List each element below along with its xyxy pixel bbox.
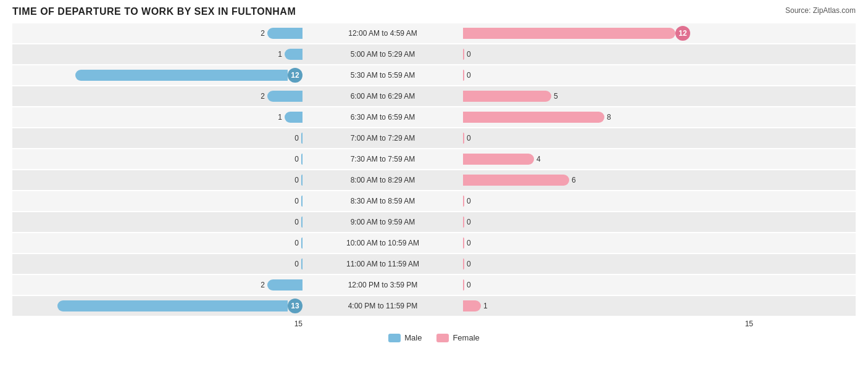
male-bar-wrap: 1: [12, 112, 303, 123]
male-bar-wrap: 0: [12, 196, 303, 207]
row-label: 8:00 AM to 8:29 AM: [303, 176, 463, 184]
row-label: 5:30 AM to 5:59 AM: [303, 71, 463, 80]
table-row: 0 11:00 AM to 11:59 AM 0: [12, 254, 856, 274]
male-bar-wrap: 0: [12, 154, 303, 165]
female-bar-wrap: 0: [463, 49, 753, 60]
female-bar-wrap: 0: [463, 70, 753, 81]
row-label: 6:30 AM to 6:59 AM: [303, 113, 463, 122]
female-bar-wrap: 0: [463, 196, 753, 207]
table-row: 2 6:00 AM to 6:29 AM 5: [12, 86, 856, 106]
chart-container: TIME OF DEPARTURE TO WORK BY SEX IN FULT…: [12, 6, 856, 342]
table-row: 0 8:00 AM to 8:29 AM 6: [12, 170, 856, 190]
male-bar: [75, 70, 288, 81]
left-bar-area: 12: [12, 68, 303, 83]
table-row: 0 7:00 AM to 7:29 AM 0: [12, 128, 856, 148]
female-bar-wrap: 0: [463, 216, 753, 228]
right-bar-area: 8: [463, 112, 753, 123]
female-bar-wrap: 0: [463, 279, 753, 291]
left-bar-area: 0: [12, 237, 303, 249]
male-bar-wrap: 2: [12, 28, 303, 39]
legend-female-label: Female: [453, 333, 479, 342]
right-bar-area: 5: [463, 91, 753, 102]
female-bar: [463, 196, 464, 207]
left-bar-area: 0: [12, 154, 303, 165]
female-bar-wrap: 0: [463, 237, 753, 249]
male-value: 1: [278, 50, 282, 59]
left-bar-area: 1: [12, 49, 303, 60]
female-bar: [463, 300, 481, 311]
female-bar: [463, 133, 464, 144]
male-value: 0: [294, 218, 299, 226]
row-label: 4:00 PM to 11:59 PM: [303, 302, 463, 310]
chart-header: TIME OF DEPARTURE TO WORK BY SEX IN FULT…: [12, 6, 856, 17]
male-bar-wrap: 0: [12, 258, 303, 270]
female-bar-wrap: 6: [463, 175, 753, 186]
right-bar-area: 0: [463, 237, 753, 249]
female-bar-wrap: 4: [463, 154, 753, 165]
table-row: 0 9:00 AM to 9:59 AM 0: [12, 212, 856, 232]
left-bar-area: 0: [12, 196, 303, 207]
female-bar: [463, 237, 464, 249]
axis-left-label: 15: [290, 320, 303, 328]
male-value: 2: [261, 92, 265, 101]
table-row: 12 5:30 AM to 5:59 AM 0: [12, 65, 856, 85]
female-bar: [463, 154, 534, 165]
chart-title: TIME OF DEPARTURE TO WORK BY SEX IN FULT…: [12, 6, 296, 17]
table-row: 2 12:00 AM to 4:59 AM 12: [12, 23, 856, 43]
row-label: 6:00 AM to 6:29 AM: [303, 92, 463, 101]
left-bar-area: 0: [12, 175, 303, 186]
left-bar-area: 13: [12, 299, 303, 313]
right-bar-area: 4: [463, 154, 753, 165]
female-bar: [463, 28, 675, 39]
female-value: 0: [467, 50, 471, 59]
female-bar-wrap: 0: [463, 258, 753, 270]
male-bar-wrap: 0: [12, 237, 303, 249]
female-bar: [463, 258, 464, 270]
male-bar-wrap: 0: [12, 216, 303, 228]
left-bar-area: 2: [12, 91, 303, 102]
male-bar-wrap: 12: [12, 68, 303, 83]
right-bar-area: 0: [463, 49, 753, 60]
female-value: 0: [467, 71, 471, 80]
male-value: 0: [294, 134, 299, 142]
row-label: 7:30 AM to 7:59 AM: [303, 155, 463, 163]
table-row: 0 10:00 AM to 10:59 AM 0: [12, 233, 856, 253]
male-bar-wrap: 2: [12, 91, 303, 102]
female-value: 0: [467, 260, 471, 268]
female-bar-wrap: 1: [463, 300, 753, 311]
female-value: 8: [607, 113, 611, 122]
male-bar-wrap: 13: [12, 299, 303, 313]
left-bar-area: 2: [12, 279, 303, 291]
male-value: 0: [294, 155, 299, 163]
right-bar-area: 0: [463, 216, 753, 228]
left-bar-area: 0: [12, 258, 303, 270]
right-bar-area: 0: [463, 279, 753, 291]
right-bar-area: 0: [463, 258, 753, 270]
female-bar: [463, 279, 464, 291]
axis-row: 15 15: [12, 320, 856, 328]
row-label: 9:00 AM to 9:59 AM: [303, 218, 463, 226]
female-bar: [463, 216, 464, 228]
female-value: 0: [467, 239, 471, 247]
table-row: 0 8:30 AM to 8:59 AM 0: [12, 191, 856, 211]
male-value: 2: [261, 281, 265, 289]
table-row: 2 12:00 PM to 3:59 PM 0: [12, 275, 856, 295]
female-value: 6: [572, 176, 576, 184]
male-badge: 13: [288, 299, 303, 313]
female-value: 0: [467, 281, 471, 289]
table-row: 13 4:00 PM to 11:59 PM 1: [12, 296, 856, 316]
left-bar-area: 1: [12, 112, 303, 123]
male-bar-wrap: 0: [12, 175, 303, 186]
male-bar: [285, 49, 303, 60]
male-bar: [285, 112, 303, 123]
female-value: 1: [483, 302, 488, 310]
legend-male-label: Male: [404, 333, 422, 342]
male-bar: [267, 279, 303, 291]
female-value: 0: [467, 197, 471, 205]
male-value: 0: [294, 176, 299, 184]
row-label: 5:00 AM to 5:29 AM: [303, 50, 463, 59]
female-bar: [463, 70, 464, 81]
table-row: 0 7:30 AM to 7:59 AM 4: [12, 149, 856, 169]
male-value: 1: [278, 113, 282, 122]
row-label: 10:00 AM to 10:59 AM: [303, 239, 463, 247]
